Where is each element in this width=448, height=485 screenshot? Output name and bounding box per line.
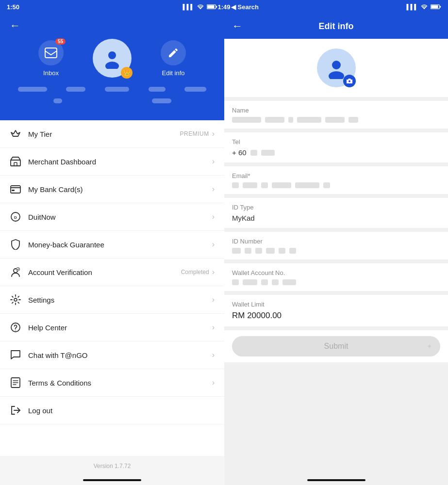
sidebar-item-terms[interactable]: Terms & Conditions › [0, 369, 224, 397]
wallet-blur-3 [261, 279, 268, 285]
edit-info-icon-circle [161, 40, 186, 65]
svg-point-22 [329, 71, 344, 79]
svg-text:D: D [14, 215, 17, 220]
sidebar-item-logout[interactable]: Log out [0, 397, 224, 424]
inbox-item[interactable]: 55 Inbox [38, 40, 64, 77]
svg-rect-19 [440, 6, 441, 7]
sidebar-item-chat-tango[interactable]: Chat with T@nGO › [0, 341, 224, 369]
chevron-icon: › [212, 157, 215, 166]
sidebar-item-settings[interactable]: Settings › [0, 286, 224, 314]
sidebar-item-my-tier[interactable]: My Tier PREMIUM › [0, 120, 224, 148]
my-tier-badge: PREMIUM [180, 130, 209, 137]
bank-cards-right: › [212, 185, 215, 194]
id-number-value [232, 248, 440, 254]
merchant-icon [10, 156, 21, 167]
right-back-button[interactable]: ← [232, 20, 243, 32]
right-content: Name Tel + 60 [224, 39, 448, 476]
email-blur-3 [261, 182, 268, 188]
id-blur-2 [245, 248, 251, 254]
left-home-indicator [83, 479, 141, 481]
profile-item[interactable]: 👑 [93, 39, 132, 78]
email-blur-5 [295, 182, 319, 188]
tel-blur-2 [261, 150, 275, 156]
chevron-icon: › [212, 129, 215, 138]
email-section: Email* [224, 166, 448, 194]
signal-icon: ▌▌▌ [407, 4, 418, 10]
avatar-wrapper [317, 48, 356, 87]
wallet-limit-value: RM 20000.00 [232, 311, 440, 321]
sidebar-item-duitnow[interactable]: D DuitNow › [0, 203, 224, 231]
inbox-icon-circle: 55 [38, 40, 64, 65]
tel-value: + 60 [232, 148, 440, 157]
name-section: Name [224, 101, 448, 129]
svg-rect-3 [45, 48, 57, 58]
sidebar-item-bank-cards[interactable]: My Bank Card(s) › [0, 176, 224, 203]
name-blur-6 [348, 117, 358, 123]
tel-label: Tel [232, 138, 440, 146]
help-icon [10, 322, 21, 333]
svg-rect-7 [14, 162, 17, 166]
svg-rect-2 [207, 5, 214, 8]
id-blur-4 [266, 248, 275, 254]
sidebar-item-merchant-dashboard[interactable]: Merchant Dashboard › [0, 148, 224, 176]
header-icons-row: 55 Inbox 👑 [10, 39, 215, 78]
bank-card-icon [10, 183, 21, 195]
version-text: Version 1.7.72 [0, 456, 224, 476]
verification-badge: Completed [181, 269, 209, 275]
chat-tango-right: › [212, 351, 215, 359]
chevron-icon: › [212, 240, 215, 249]
svg-rect-8 [11, 186, 20, 193]
tel-field: Tel + 60 [224, 132, 448, 162]
chevron-icon: › [212, 268, 215, 276]
account-verification-label: Account Verification [28, 268, 174, 276]
name-blur-1 [232, 117, 261, 123]
id-blur-6 [289, 248, 296, 254]
submit-button[interactable]: Submit ✦ [232, 336, 440, 356]
svg-point-5 [105, 62, 119, 69]
wallet-blur-1 [232, 279, 239, 285]
wallet-limit-field: Wallet Limit RM 20000.00 [224, 295, 448, 326]
email-field: Email* [224, 166, 448, 194]
edit-info-item[interactable]: Edit info [161, 40, 186, 77]
merchant-right: › [212, 157, 215, 166]
right-search-label: ◀ Search [231, 3, 259, 11]
tier-icon [10, 128, 21, 140]
name-field: Name [224, 101, 448, 129]
battery-icon [431, 4, 441, 10]
sidebar-item-money-back[interactable]: Money-back Guarantee › [0, 231, 224, 259]
settings-icon [10, 294, 21, 306]
wallet-limit-section: Wallet Limit RM 20000.00 [224, 295, 448, 326]
left-time: 1:50 [7, 3, 19, 11]
logout-icon [10, 404, 21, 416]
wallet-account-section: Wallet Account No. [224, 263, 448, 291]
svg-rect-1 [216, 6, 217, 7]
id-blur-3 [255, 248, 262, 254]
svg-point-16 [15, 330, 16, 331]
inbox-badge: 55 [55, 38, 66, 45]
svg-point-21 [332, 61, 341, 69]
sidebar-item-help-center[interactable]: Help Center › [0, 314, 224, 341]
name-blur-4 [297, 117, 321, 123]
avatar-section [224, 39, 448, 97]
svg-rect-20 [431, 5, 438, 8]
id-type-label: ID Type [232, 204, 440, 211]
left-back-button[interactable]: ← [10, 19, 20, 32]
wifi-icon [420, 4, 428, 10]
user-info-blurred [10, 84, 215, 106]
terms-label: Terms & Conditions [28, 379, 205, 387]
help-center-label: Help Center [28, 323, 205, 332]
chevron-icon: › [212, 351, 215, 359]
terms-right: › [212, 378, 215, 387]
camera-button[interactable] [343, 75, 356, 87]
svg-point-23 [348, 81, 350, 82]
battery-icon [207, 4, 217, 10]
right-header-title: Edit info [248, 21, 425, 32]
logout-label: Log out [28, 406, 215, 415]
wallet-limit-label: Wallet Limit [232, 301, 440, 308]
id-blur-5 [279, 248, 285, 254]
sidebar-item-account-verification[interactable]: Account Verification Completed › [0, 259, 224, 286]
tel-prefix: + 60 [232, 148, 247, 157]
left-status-bar: 1:50 ▌▌▌ [0, 0, 224, 14]
wallet-blur-2 [243, 279, 257, 285]
wifi-icon [197, 4, 204, 10]
